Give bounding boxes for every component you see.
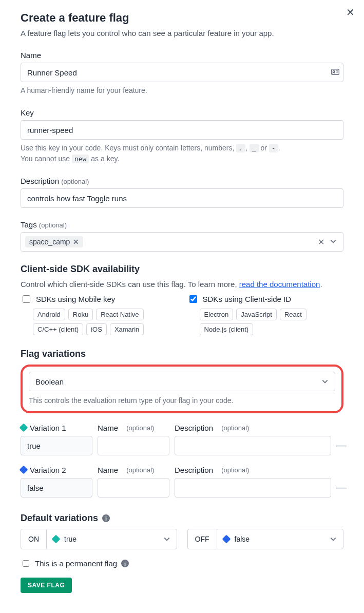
chevron-down-icon [163, 535, 170, 543]
variation-type-select[interactable]: Boolean [29, 372, 335, 391]
tags-clear-icon[interactable]: ✕ [315, 237, 328, 247]
tags-input[interactable]: space_camp ✕ ✕ [21, 232, 343, 252]
diamond-icon [20, 466, 28, 474]
remove-variation-icon[interactable]: — [336, 439, 343, 455]
sdk-doc-link[interactable]: read the documentation [239, 280, 320, 289]
sdk-tag: React Native [96, 309, 143, 320]
sdk-tag: Android [33, 309, 65, 320]
svg-rect-0 [332, 69, 339, 75]
variation-2-label: Variation 2 [30, 466, 66, 474]
chevron-down-icon [321, 378, 329, 385]
name-label: Name [21, 51, 343, 60]
sdk-tag: iOS [86, 323, 107, 335]
variation-1-name-input[interactable] [98, 436, 169, 455]
description-label: Description (optional) [21, 177, 343, 185]
tags-label: Tags (optional) [21, 220, 343, 229]
tag-remove-icon[interactable]: ✕ [73, 238, 79, 246]
info-icon[interactable]: i [121, 560, 129, 567]
default-off-label: OFF [188, 529, 217, 549]
diamond-icon [52, 535, 61, 544]
key-input[interactable] [21, 120, 343, 140]
diamond-icon [222, 535, 231, 544]
variation-2-desc-input[interactable] [175, 478, 331, 497]
key-help: Use this key in your code. Keys must onl… [21, 143, 343, 164]
sdk-heading: Client-side SDK availability [21, 264, 343, 275]
name-input[interactable] [21, 63, 343, 82]
mobile-key-label: SDKs using Mobile key [36, 295, 115, 303]
name-help: A human-friendly name for your feature. [21, 85, 343, 96]
remove-variation-icon[interactable]: — [336, 482, 343, 497]
default-off-select[interactable]: false [217, 529, 343, 549]
variation-1-desc-input[interactable] [175, 436, 331, 455]
sdk-body: Control which client-side SDKs can use t… [21, 280, 343, 289]
chevron-down-icon[interactable] [328, 238, 339, 246]
default-on-label: ON [21, 529, 47, 549]
client-id-checkbox[interactable] [189, 295, 197, 303]
sdk-tag: React [280, 309, 306, 320]
variation-type-highlight: Boolean This controls the evaluation ret… [21, 365, 343, 413]
close-icon[interactable]: ✕ [346, 6, 355, 18]
info-icon[interactable]: i [102, 514, 110, 522]
variation-type-help: This controls the evaluation return type… [29, 395, 335, 406]
sdk-tag: Roku [68, 309, 93, 320]
variation-2-name-input[interactable] [98, 478, 169, 497]
tag-chip[interactable]: space_camp ✕ [25, 236, 83, 247]
sdk-tag: C/C++ (client) [33, 323, 83, 335]
chevron-down-icon [330, 535, 337, 543]
sdk-tag: Xamarin [110, 323, 144, 335]
description-input[interactable] [21, 188, 343, 208]
save-flag-button[interactable]: SAVE FLAG [21, 578, 72, 593]
page-title: Create a feature flag [21, 11, 343, 25]
defaults-heading: Default variations [21, 513, 98, 524]
default-on-select[interactable]: true [47, 529, 177, 549]
permanent-flag-checkbox[interactable] [23, 560, 29, 567]
id-card-icon [331, 68, 339, 76]
variation-2-value[interactable] [21, 478, 92, 497]
sdk-tag: Electron [200, 309, 234, 320]
permanent-flag-label: This is a permanent flag [35, 559, 117, 568]
page-subtitle: A feature flag lets you control who can … [21, 29, 343, 37]
diamond-icon [20, 424, 28, 432]
key-label: Key [21, 108, 343, 117]
variations-heading: Flag variations [21, 349, 343, 359]
sdk-tag: JavaScript [236, 309, 277, 320]
variation-1-label: Variation 1 [30, 424, 66, 432]
svg-point-1 [333, 70, 334, 72]
variation-1-value[interactable] [21, 436, 92, 455]
sdk-tag: Node.js (client) [200, 323, 254, 335]
mobile-key-checkbox[interactable] [23, 295, 30, 303]
client-id-label: SDKs using Client-side ID [203, 295, 292, 303]
